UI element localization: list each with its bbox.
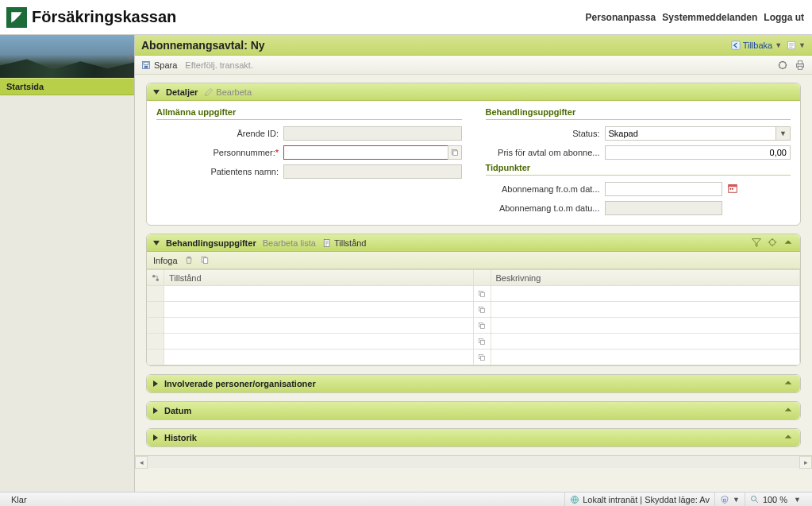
label-from-date: Abonnemang fr.o.m dat... bbox=[486, 184, 605, 194]
to-date-input[interactable] bbox=[605, 201, 722, 215]
history-dropdown[interactable]: ▼ bbox=[787, 41, 806, 50]
row-selector[interactable] bbox=[147, 318, 164, 333]
insert-button[interactable]: Infoga bbox=[153, 256, 178, 265]
chevron-right-icon bbox=[153, 435, 158, 441]
status-select[interactable] bbox=[605, 126, 777, 141]
row-selector[interactable] bbox=[147, 334, 164, 349]
back-button[interactable]: Tillbaka ▼ bbox=[731, 41, 782, 50]
cell-lookup[interactable] bbox=[474, 302, 491, 317]
filter-icon[interactable] bbox=[751, 237, 762, 249]
table-row[interactable] bbox=[147, 318, 800, 334]
delete-row-icon[interactable] bbox=[184, 255, 194, 266]
label-status: Status: bbox=[486, 129, 605, 138]
panel-treatment-header[interactable]: Behandlingsuppgifter Bearbeta lista Till… bbox=[147, 234, 800, 252]
panel-history-header[interactable]: Historik bbox=[147, 429, 800, 446]
cell-condition[interactable] bbox=[164, 286, 474, 301]
table-row[interactable] bbox=[147, 350, 800, 365]
cell-condition[interactable] bbox=[164, 318, 474, 333]
col-action-spacer bbox=[474, 270, 491, 285]
panel-details-header[interactable]: Detaljer Bearbeta bbox=[147, 83, 800, 101]
table-row[interactable] bbox=[147, 334, 800, 350]
svg-rect-30 bbox=[481, 356, 485, 360]
chevron-right-icon bbox=[153, 380, 158, 387]
panel-involved-header[interactable]: Involverade personer/organisationer bbox=[147, 375, 800, 392]
cell-description[interactable] bbox=[491, 334, 801, 349]
arende-id-input[interactable] bbox=[283, 126, 462, 141]
print-icon[interactable] bbox=[795, 60, 806, 71]
patientnamn-input[interactable] bbox=[283, 164, 462, 179]
cell-lookup[interactable] bbox=[474, 334, 491, 349]
select-all-cell[interactable] bbox=[147, 270, 164, 285]
cell-lookup[interactable] bbox=[474, 286, 491, 301]
scroll-right-button[interactable]: ▸ bbox=[799, 456, 812, 469]
row-selector[interactable] bbox=[147, 302, 164, 317]
svg-rect-18 bbox=[203, 257, 207, 263]
row-selector[interactable] bbox=[147, 286, 164, 301]
panel-details-title: Detaljer bbox=[166, 87, 198, 97]
cell-condition[interactable] bbox=[164, 302, 474, 317]
label-arende-id: Ärende ID: bbox=[156, 129, 283, 138]
cell-condition[interactable] bbox=[164, 334, 474, 349]
status-protected-zone[interactable]: ▼ bbox=[714, 492, 745, 506]
panel-involved: Involverade personer/organisationer bbox=[146, 374, 801, 393]
personnummer-lookup-button[interactable] bbox=[448, 145, 462, 160]
copy-icon[interactable] bbox=[200, 255, 210, 266]
history-icon bbox=[787, 41, 796, 50]
collapse-icon[interactable] bbox=[783, 237, 794, 249]
chevron-down-icon bbox=[153, 90, 160, 95]
edit-action[interactable]: Bearbeta bbox=[204, 87, 252, 97]
svg-rect-22 bbox=[481, 292, 485, 296]
svg-rect-7 bbox=[798, 60, 802, 64]
cell-description[interactable] bbox=[491, 286, 801, 301]
col-condition[interactable]: Tillstånd bbox=[164, 270, 474, 285]
grid: Tillstånd Beskrivning bbox=[147, 269, 800, 365]
cell-description[interactable] bbox=[491, 350, 801, 365]
cell-description[interactable] bbox=[491, 302, 801, 317]
cell-lookup[interactable] bbox=[474, 318, 491, 333]
sidebar-collapse-icon[interactable]: ◂ bbox=[125, 48, 133, 64]
grid-header: Tillstånd Beskrivning bbox=[147, 270, 800, 286]
messages-link[interactable]: Systemmeddelanden bbox=[662, 12, 757, 23]
save-button[interactable]: Spara bbox=[141, 60, 177, 70]
table-row[interactable] bbox=[147, 302, 800, 318]
settings-icon[interactable] bbox=[777, 60, 788, 71]
svg-point-33 bbox=[751, 496, 756, 500]
grid-toolbar: Infoga bbox=[147, 252, 800, 269]
zoom-icon bbox=[750, 495, 760, 504]
panel-date-title: Datum bbox=[164, 406, 191, 415]
collapse-icon[interactable] bbox=[783, 404, 794, 417]
logout-link[interactable]: Logga ut bbox=[764, 12, 804, 23]
save-icon bbox=[141, 60, 151, 70]
status-dropdown-button[interactable]: ▼ bbox=[776, 126, 791, 141]
collapse-icon[interactable] bbox=[783, 377, 794, 390]
panel-date-header[interactable]: Datum bbox=[147, 402, 800, 419]
svg-rect-3 bbox=[144, 62, 148, 64]
panel-involved-title: Involverade personer/organisationer bbox=[164, 379, 316, 388]
from-date-input[interactable] bbox=[605, 182, 722, 196]
select-handle-icon bbox=[151, 273, 160, 283]
condition-action[interactable]: Tillstånd bbox=[322, 238, 367, 248]
svg-rect-24 bbox=[481, 308, 485, 312]
from-date-picker[interactable] bbox=[727, 183, 738, 195]
personalize-link[interactable]: Personanpassa bbox=[586, 12, 656, 23]
collapse-icon[interactable] bbox=[783, 431, 794, 444]
label-personnummer: Personnummer:* bbox=[156, 148, 283, 157]
globe-icon bbox=[570, 495, 579, 504]
edit-list-action[interactable]: Bearbeta lista bbox=[263, 238, 316, 248]
table-row[interactable] bbox=[147, 286, 800, 302]
sidebar-item-start[interactable]: Startsida bbox=[0, 78, 134, 95]
row-selector[interactable] bbox=[147, 350, 164, 365]
status-zoom-zone[interactable]: 100 % ▼ bbox=[745, 492, 806, 506]
cell-description[interactable] bbox=[491, 318, 801, 333]
price-input[interactable] bbox=[605, 145, 791, 160]
cell-lookup[interactable] bbox=[474, 350, 491, 365]
svg-rect-8 bbox=[798, 66, 802, 69]
brand-bar: Försäkringskassan Personanpassa Systemme… bbox=[0, 0, 812, 35]
personnummer-input[interactable] bbox=[283, 145, 448, 160]
col-description[interactable]: Beskrivning bbox=[491, 270, 801, 285]
scroll-left-button[interactable]: ◂ bbox=[135, 456, 148, 469]
horizontal-scrollbar[interactable]: ◂ ▸ bbox=[135, 455, 812, 468]
svg-rect-10 bbox=[452, 151, 457, 156]
settings-small-icon[interactable] bbox=[767, 237, 778, 249]
cell-condition[interactable] bbox=[164, 350, 474, 365]
